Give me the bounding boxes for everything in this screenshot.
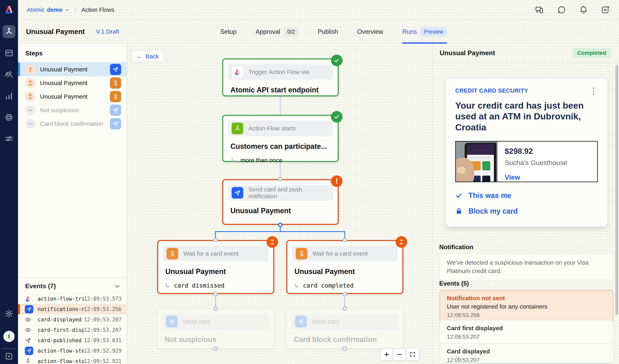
action-this-was-me[interactable]: This was me (455, 191, 598, 200)
steps-panel: Steps ! Unusual Payment Unusual Payment … (18, 44, 127, 364)
node-send-card-not-suspicious[interactable]: Send card Not suspicious (157, 309, 274, 349)
back-button[interactable]: ← Back (131, 51, 165, 62)
settings-gear-icon[interactable] (4, 309, 14, 318)
vertical-scrollbar-thumb[interactable] (615, 65, 618, 315)
breadcrumb-section[interactable]: Action Flows (82, 7, 114, 13)
nav-analytics-icon[interactable] (4, 91, 14, 100)
transaction-photo (456, 142, 497, 182)
node-title: Unusual Payment (230, 207, 331, 215)
events-heading: Events (7) (25, 283, 56, 290)
card-brand-label: CREDIT CARD SECURITY (455, 87, 528, 94)
event-row[interactable]: action-flow-step-co… 12:09:52.929 (18, 345, 127, 356)
tap-icon (110, 91, 121, 102)
node-flow-starts[interactable]: Action Flow starts Customers can partici… (222, 115, 339, 162)
view-link[interactable]: View (505, 173, 567, 181)
event-row[interactable]: action-flow-started 12:09:52.921 (18, 356, 127, 364)
steps-heading: Steps (18, 44, 127, 63)
notification-heading: Notification (439, 243, 473, 251)
avatar-initial: I (3, 331, 14, 342)
breadcrumb-workspace[interactable]: demo (47, 7, 62, 13)
node-send-card-block-confirmation[interactable]: Send card Card block confirmation (286, 309, 403, 349)
node-trigger[interactable]: Trigger Action Flow via Atomic API start… (222, 58, 339, 96)
error-exclamation-icon: ! (25, 64, 35, 74)
tab-publish[interactable]: Publish (318, 20, 338, 44)
chevron-down-icon[interactable] (65, 8, 69, 12)
run-event-card-partial (440, 363, 613, 364)
node-title: Customers can participate... (230, 142, 331, 151)
connector-dot[interactable] (213, 292, 218, 296)
atomic-assist-icon[interactable] (601, 5, 610, 14)
action-block-my-card[interactable]: Block my card (455, 207, 598, 216)
flow-canvas[interactable]: ← Back Trigger Action Flow via Atomic AP… (127, 44, 432, 364)
event-row-selected[interactable]: notifications-not-s… 12:09:53.256 (18, 304, 127, 314)
node-title: Not suspicious (165, 335, 267, 344)
node-subtitle: card completed (303, 282, 353, 289)
tab-approval[interactable]: Approval0/2 (256, 20, 298, 44)
waiting-hourglass-badge (267, 236, 278, 248)
zoom-in-button[interactable]: + (380, 349, 393, 360)
run-event-card-displayed[interactable]: Card displayed 12:09:53.207 (440, 343, 613, 364)
run-event-card-first-displayed[interactable]: Card first displayed 12:09:53.207 (440, 320, 613, 345)
node-send-card-push[interactable]: ! Send card and push notification Unusua… (222, 179, 339, 225)
event-row[interactable]: action-flow-trigger… 12:09:53.573 (18, 293, 127, 304)
send-icon (232, 187, 243, 199)
zoom-out-button[interactable]: − (393, 349, 406, 360)
nav-action-flows-icon[interactable] (3, 25, 15, 38)
atomic-logo-icon (25, 296, 38, 302)
node-title: Card block confirmation (294, 335, 396, 344)
workspace-switcher-icon[interactable] (4, 351, 14, 361)
tab-overview[interactable]: Overview (357, 20, 383, 44)
connector-dot[interactable] (213, 238, 218, 242)
send-icon (110, 105, 121, 116)
tap-icon (167, 248, 178, 259)
kebab-menu-icon[interactable]: ⋮ (589, 87, 598, 94)
hourglass-icon (25, 92, 35, 102)
connector-dot[interactable] (342, 292, 347, 296)
connector-dot[interactable] (213, 306, 218, 311)
eye-icon (25, 316, 38, 323)
connector-line (280, 96, 281, 115)
connector-dot[interactable] (213, 346, 218, 351)
run-event-notification-not-sent[interactable]: Notification not sent User not registere… (440, 290, 613, 323)
chat-icon[interactable] (557, 5, 566, 14)
tab-setup[interactable]: Setup (220, 20, 237, 44)
event-row[interactable]: card-published 12:09:53.031 (18, 335, 127, 345)
node-wait-card-completed[interactable]: Wait for a card event Unusual Payment ↳c… (286, 240, 403, 294)
step-item-unusual-payment-3[interactable]: Unusual Payment (18, 90, 127, 103)
nav-themes-icon[interactable] (4, 113, 14, 122)
connector-dot[interactable] (342, 238, 347, 242)
node-wait-card-dismissed[interactable]: Wait for a card event Unusual Payment ↳c… (157, 240, 274, 294)
breadcrumb-divider: / (74, 6, 77, 13)
nav-cards-icon[interactable] (4, 48, 14, 58)
send-icon (295, 316, 307, 327)
flow-version-link[interactable]: V.1 Draft (96, 28, 119, 35)
flow-title: Unusual Payment (26, 27, 85, 36)
breadcrumb-app[interactable]: Atomic (27, 7, 45, 13)
connector-dot[interactable] (342, 346, 347, 351)
nav-customers-icon[interactable] (4, 70, 14, 79)
event-row[interactable]: card-first-displayed 12:09:53.207 (18, 324, 127, 335)
atomic-logo-icon (232, 66, 243, 78)
step-item-card-block-confirmation[interactable]: Card block confirmation (18, 117, 127, 131)
collapse-chevron-icon[interactable] (114, 283, 121, 290)
connector-dot[interactable] (342, 306, 347, 311)
step-item-unusual-payment-2[interactable]: Unusual Payment (18, 76, 127, 90)
notifications-bell-icon[interactable] (579, 5, 588, 14)
connector-dot[interactable] (278, 223, 282, 227)
fit-view-button[interactable] (406, 349, 419, 360)
event-row[interactable]: card-displayed 12:09:53.207 (18, 314, 127, 324)
send-icon (110, 118, 121, 129)
send-icon (166, 316, 178, 327)
step-item-not-suspicious[interactable]: Not suspicious (18, 103, 127, 117)
step-item-unusual-payment-1[interactable]: ! Unusual Payment (18, 63, 127, 76)
flow-header-bar: Unusual Payment V.1 Draft Setup Approval… (18, 20, 619, 44)
nav-configuration-icon[interactable] (4, 134, 14, 143)
user-avatar[interactable]: I (3, 331, 14, 342)
sub-arrow-icon: ↳ (295, 281, 298, 289)
success-check-badge (331, 54, 342, 66)
atomic-logo (4, 4, 14, 15)
flow-start-icon (232, 122, 243, 134)
tab-runs[interactable]: RunsPreview (402, 20, 447, 44)
connector-dot[interactable] (278, 177, 282, 181)
devices-icon[interactable] (535, 5, 544, 14)
